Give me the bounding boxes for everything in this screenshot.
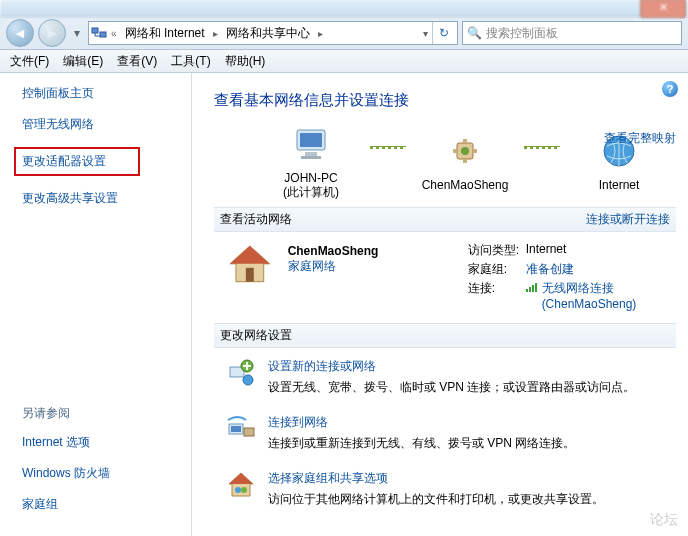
svg-rect-0: [92, 28, 98, 33]
section-change-settings: 更改网络设置: [214, 323, 676, 348]
section-active-networks: 查看活动网络 连接或断开连接: [214, 207, 676, 232]
content-pane: ? 查看基本网络信息并设置连接 查看完整映射 JOHN-PC(此计算机) Che…: [192, 73, 688, 536]
breadcrumb-item[interactable]: 网络和共享中心: [222, 23, 314, 44]
task-desc: 设置无线、宽带、拨号、临时或 VPN 连接；或设置路由器或访问点。: [268, 379, 635, 396]
svg-point-7: [461, 147, 469, 155]
map-node-sublabel: (此计算机): [283, 185, 339, 199]
svg-rect-3: [300, 133, 322, 147]
path-dropdown-icon[interactable]: ▾: [421, 28, 430, 39]
kv-key-connection: 连接:: [468, 280, 526, 311]
sidebar-link-wireless[interactable]: 管理无线网络: [22, 116, 191, 133]
homegroup-icon: [226, 470, 256, 500]
breadcrumb-chevron-icon: ▸: [316, 28, 325, 39]
address-bar-row: ◄ ► ▾ « 网络和 Internet ▸ 网络和共享中心 ▸ ▾ ↻ 🔍 搜…: [0, 17, 688, 50]
refresh-button[interactable]: ↻: [432, 22, 455, 44]
watermark: 论坛: [650, 511, 678, 529]
menu-view[interactable]: 查看(V): [111, 51, 163, 72]
nav-history-dropdown[interactable]: ▾: [70, 23, 84, 43]
sidebar-link-windows-firewall[interactable]: Windows 防火墙: [22, 465, 191, 482]
arrow-right-icon: ►: [45, 25, 59, 41]
refresh-icon: ↻: [439, 26, 449, 40]
window-close-button[interactable]: ✕: [640, 0, 686, 18]
svg-rect-4: [305, 152, 317, 156]
svg-rect-10: [463, 139, 467, 143]
nav-forward-button[interactable]: ►: [38, 19, 66, 47]
home-network-icon: [226, 242, 274, 286]
search-icon: 🔍: [467, 26, 482, 40]
task-title: 设置新的连接或网络: [268, 358, 635, 375]
menu-edit[interactable]: 编辑(E): [57, 51, 109, 72]
task-homegroup-sharing[interactable]: 选择家庭组和共享选项 访问位于其他网络计算机上的文件和打印机，或更改共享设置。: [226, 470, 676, 508]
menu-tools[interactable]: 工具(T): [165, 51, 216, 72]
active-network-box: ChenMaoSheng 家庭网络 访问类型:Internet 家庭组:准备创建…: [226, 242, 676, 313]
section-label: 更改网络设置: [220, 327, 292, 344]
sidebar-see-also-heading: 另请参阅: [22, 405, 191, 422]
setup-connection-icon: [226, 358, 256, 388]
svg-point-16: [243, 375, 253, 385]
network-category-icon: [91, 25, 107, 41]
svg-rect-13: [246, 268, 254, 282]
arrow-left-icon: ◄: [13, 25, 27, 41]
breadcrumb-chevron-icon: ▸: [211, 28, 220, 39]
task-title: 选择家庭组和共享选项: [268, 470, 604, 487]
search-placeholder: 搜索控制面板: [486, 25, 558, 42]
connect-disconnect-link[interactable]: 连接或断开连接: [586, 211, 670, 228]
connection-sub-link[interactable]: (ChenMaoSheng): [542, 297, 637, 311]
svg-rect-11: [463, 159, 467, 163]
wifi-signal-icon: [526, 282, 538, 292]
chevron-down-icon: ▾: [74, 26, 80, 40]
section-label: 查看活动网络: [220, 211, 292, 228]
svg-rect-8: [453, 149, 457, 153]
active-network-type-link[interactable]: 家庭网络: [288, 259, 336, 273]
router-icon: [445, 131, 485, 174]
computer-icon: [291, 124, 331, 167]
kv-key-access: 访问类型:: [468, 242, 526, 259]
active-network-name: ChenMaoSheng: [288, 244, 468, 258]
svg-rect-1: [100, 32, 106, 37]
search-input[interactable]: 🔍 搜索控制面板: [462, 21, 682, 45]
map-node-label: Internet: [599, 178, 640, 192]
map-node-this-pc[interactable]: JOHN-PC(此计算机): [256, 124, 366, 199]
svg-point-21: [241, 487, 247, 493]
kv-val-access: Internet: [526, 242, 567, 259]
task-setup-connection[interactable]: 设置新的连接或网络 设置无线、宽带、拨号、临时或 VPN 连接；或设置路由器或访…: [226, 358, 676, 396]
task-desc: 访问位于其他网络计算机上的文件和打印机，或更改共享设置。: [268, 491, 604, 508]
homegroup-create-link[interactable]: 准备创建: [526, 262, 574, 276]
kv-key-homegroup: 家庭组:: [468, 261, 526, 278]
menu-file[interactable]: 文件(F): [4, 51, 55, 72]
map-node-router[interactable]: ChenMaoSheng: [410, 131, 520, 192]
connect-network-icon: [226, 414, 256, 444]
svg-rect-5: [301, 156, 321, 159]
task-desc: 连接到或重新连接到无线、有线、拨号或 VPN 网络连接。: [268, 435, 575, 452]
nav-back-button[interactable]: ◄: [6, 19, 34, 47]
map-link-icon: [370, 146, 406, 149]
menu-help[interactable]: 帮助(H): [219, 51, 272, 72]
svg-rect-19: [244, 428, 254, 436]
sidebar-link-home[interactable]: 控制面板主页: [22, 85, 191, 102]
sidebar-link-internet-options[interactable]: Internet 选项: [22, 434, 191, 451]
connection-link[interactable]: 无线网络连接: [542, 281, 614, 295]
svg-rect-18: [231, 426, 241, 432]
menu-bar: 文件(F) 编辑(E) 查看(V) 工具(T) 帮助(H): [0, 50, 688, 73]
task-connect-network[interactable]: 连接到网络 连接到或重新连接到无线、有线、拨号或 VPN 网络连接。: [226, 414, 676, 452]
map-node-label: JOHN-PC: [284, 171, 337, 185]
map-node-label: ChenMaoSheng: [422, 178, 509, 192]
view-full-map-link[interactable]: 查看完整映射: [604, 130, 676, 147]
sidebar-link-advanced-sharing[interactable]: 更改高级共享设置: [22, 190, 191, 207]
sidebar-link-homegroup[interactable]: 家庭组: [22, 496, 191, 513]
breadcrumb-item[interactable]: 网络和 Internet: [121, 23, 209, 44]
map-link-icon: [524, 146, 560, 149]
svg-point-20: [235, 487, 241, 493]
breadcrumb-bar[interactable]: « 网络和 Internet ▸ 网络和共享中心 ▸ ▾ ↻: [88, 21, 458, 45]
page-title: 查看基本网络信息并设置连接: [214, 91, 676, 110]
window-titlebar: ✕: [0, 0, 688, 17]
task-title: 连接到网络: [268, 414, 575, 431]
breadcrumb-chevron-icon: «: [109, 28, 119, 39]
help-icon[interactable]: ?: [662, 81, 678, 97]
svg-rect-9: [473, 149, 477, 153]
sidebar-link-adapter-settings[interactable]: 更改适配器设置: [14, 147, 140, 176]
sidebar: 控制面板主页 管理无线网络 更改适配器设置 更改高级共享设置 另请参阅 Inte…: [0, 73, 192, 536]
